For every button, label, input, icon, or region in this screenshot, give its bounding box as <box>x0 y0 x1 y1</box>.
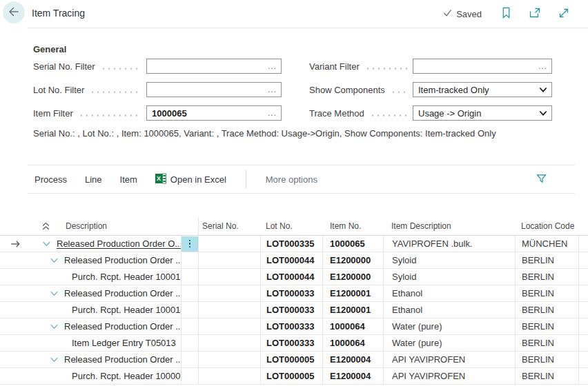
lot-cell[interactable]: LOT000005 <box>260 352 322 367</box>
end-spacer-cell <box>578 368 588 384</box>
table-row[interactable]: Purch. Rcpt. Header 100017 LOT000044 E12… <box>0 269 588 285</box>
itemno-cell[interactable]: E1200004 <box>322 352 383 367</box>
row-menu-cell <box>181 335 198 351</box>
table-row[interactable]: Released Production Order ... LOT000005 … <box>0 352 588 368</box>
description-cell[interactable]: Item Ledger Entry T05013 <box>0 335 181 351</box>
open-in-window-button[interactable] <box>527 6 542 21</box>
variant-filter-input[interactable] <box>413 59 551 73</box>
lot-cell[interactable]: LOT000044 <box>260 252 322 268</box>
description-cell[interactable]: Released Production Order ... <box>0 252 181 268</box>
table-row[interactable]: Released Production Order O... LOT000335… <box>0 236 588 252</box>
itemdesc-cell[interactable]: Syloid <box>383 252 515 268</box>
lot-cell[interactable]: LOT000033 <box>260 285 322 301</box>
expand-chevron-icon[interactable] <box>48 321 59 332</box>
bookmark-button[interactable] <box>498 6 513 21</box>
serial-cell[interactable] <box>198 318 260 334</box>
lot-cell[interactable]: LOT000044 <box>260 269 322 285</box>
serial-cell[interactable] <box>198 352 260 367</box>
itemdesc-cell[interactable]: Water (pure) <box>383 335 515 351</box>
lot-cell[interactable]: LOT000335 <box>260 236 322 252</box>
itemdesc-cell[interactable]: Ethanol <box>383 302 515 318</box>
location-cell[interactable]: BERLIN <box>515 285 578 301</box>
expand-chevron-icon[interactable] <box>41 238 52 250</box>
trace-method-select[interactable]: Usage -> Origin <box>413 105 552 121</box>
location-cell[interactable]: BERLIN <box>515 335 578 351</box>
description-cell[interactable]: Purch. Rcpt. Header 100014 <box>0 302 181 318</box>
table-row[interactable]: Released Production Order ... LOT000044 … <box>0 252 588 269</box>
itemno-cell[interactable]: E1200000 <box>322 269 383 285</box>
serial-cell[interactable] <box>198 302 260 318</box>
lot-cell[interactable]: LOT000333 <box>260 335 322 351</box>
location-cell[interactable]: BERLIN <box>515 318 578 334</box>
serial-cell[interactable] <box>198 335 260 351</box>
table-row[interactable]: Released Production Order ... LOT000033 … <box>0 285 588 302</box>
row-menu-cell <box>181 368 198 384</box>
description-cell[interactable]: Released Production Order ... <box>0 352 181 367</box>
expand-icon <box>558 7 570 21</box>
description-cell[interactable]: Released Production Order ... <box>0 318 181 334</box>
itemdesc-cell[interactable]: Syloid <box>383 269 515 285</box>
lot-no-filter-input[interactable] <box>147 83 281 96</box>
item-menu-button[interactable]: Item <box>119 172 139 187</box>
itemno-cell[interactable]: 1000064 <box>322 318 383 334</box>
more-options-button[interactable]: More options <box>264 172 319 187</box>
table-row[interactable]: Released Production Order ... LOT000333 … <box>0 318 588 335</box>
serial-cell[interactable] <box>198 285 260 301</box>
lot-no-assist-button[interactable]: ... <box>266 83 279 96</box>
serial-cell[interactable] <box>198 236 260 252</box>
itemno-cell[interactable]: 1000064 <box>322 335 383 351</box>
description-cell[interactable]: Purch. Rcpt. Header 100005 <box>0 368 181 384</box>
location-cell[interactable]: BERLIN <box>515 252 578 268</box>
itemno-cell[interactable]: E1200004 <box>322 368 383 384</box>
lot-cell[interactable]: LOT000005 <box>260 368 322 384</box>
collapse-all-button[interactable] <box>40 221 52 234</box>
description-cell[interactable]: Released Production Order O... <box>0 236 181 252</box>
item-filter-input[interactable] <box>147 106 281 120</box>
expand-chevron-icon[interactable] <box>48 354 59 365</box>
item-filter-assist-button[interactable]: ... <box>266 106 279 120</box>
table-row[interactable]: Purch. Rcpt. Header 100014 LOT000033 E12… <box>0 302 588 318</box>
expand-chevron-icon[interactable] <box>48 288 59 299</box>
column-header-location-code[interactable]: Location Code <box>521 221 574 231</box>
location-cell[interactable]: MÜNCHEN <box>515 236 578 252</box>
process-menu-button[interactable]: Process <box>33 172 68 187</box>
description-cell[interactable]: Purch. Rcpt. Header 100017 <box>0 269 181 285</box>
serial-cell[interactable] <box>198 252 260 268</box>
itemdesc-cell[interactable]: API YAVIPROFEN <box>383 352 515 367</box>
itemno-cell[interactable]: E1200000 <box>322 252 383 268</box>
lot-cell[interactable]: LOT000333 <box>260 318 322 334</box>
row-menu-button[interactable] <box>182 236 198 252</box>
column-header-item-description[interactable]: Item Description <box>391 221 451 231</box>
table-row[interactable]: Purch. Rcpt. Header 100005 LOT000005 E12… <box>0 368 588 385</box>
serial-cell[interactable] <box>198 269 260 285</box>
serial-cell[interactable] <box>198 368 260 384</box>
open-in-excel-button[interactable]: X Open in Excel <box>154 170 228 189</box>
variant-assist-button[interactable]: ... <box>536 59 549 73</box>
filter-button[interactable] <box>533 172 549 187</box>
expand-chevron-icon[interactable] <box>48 255 59 266</box>
itemno-cell[interactable]: 1000065 <box>322 236 383 252</box>
column-header-lot-no[interactable]: Lot No. <box>266 221 293 231</box>
lot-cell[interactable]: LOT000033 <box>260 302 322 318</box>
column-header-description[interactable]: Description <box>66 221 107 231</box>
serial-no-assist-button[interactable]: ... <box>266 59 279 73</box>
serial-no-filter-input[interactable] <box>147 59 281 73</box>
table-row[interactable]: Item Ledger Entry T05013 LOT000333 10000… <box>0 335 588 352</box>
itemdesc-cell[interactable]: API YAVIPROFEN <box>383 368 515 384</box>
location-cell[interactable]: BERLIN <box>515 269 578 285</box>
back-button[interactable] <box>3 1 25 23</box>
location-cell[interactable]: BERLIN <box>515 368 578 384</box>
column-header-item-no[interactable]: Item No. <box>330 221 361 231</box>
column-header-serial-no[interactable]: Serial No. <box>202 221 239 231</box>
show-components-select[interactable]: Item-tracked Only <box>413 82 552 97</box>
location-cell[interactable]: BERLIN <box>515 352 578 367</box>
itemdesc-cell[interactable]: Ethanol <box>383 285 515 301</box>
itemno-cell[interactable]: E1200001 <box>322 285 383 301</box>
expand-button[interactable] <box>556 6 571 21</box>
itemno-cell[interactable]: E1200001 <box>322 302 383 318</box>
description-cell[interactable]: Released Production Order ... <box>0 285 181 301</box>
location-cell[interactable]: BERLIN <box>515 302 578 318</box>
line-menu-button[interactable]: Line <box>84 172 104 187</box>
itemdesc-cell[interactable]: Water (pure) <box>383 318 515 334</box>
itemdesc-cell[interactable]: YAVIPROFEN .bulk. <box>383 236 515 252</box>
